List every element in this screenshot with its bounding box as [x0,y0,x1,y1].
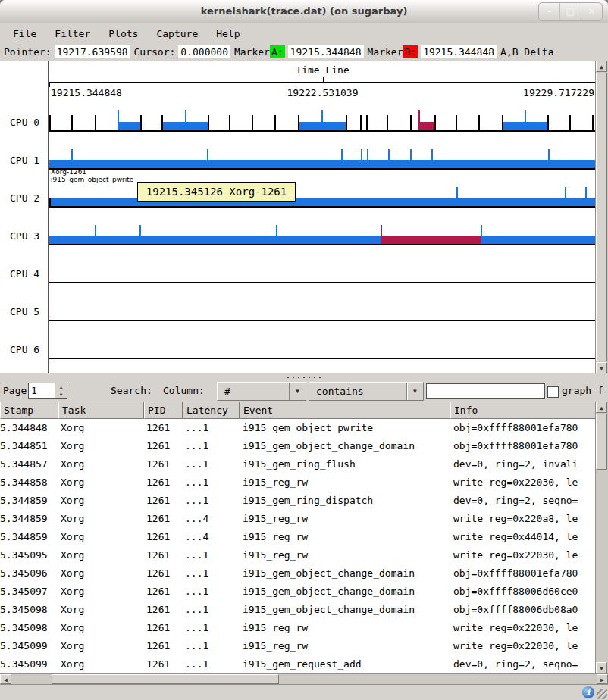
cpu-task-bar[interactable] [118,122,141,130]
cpu-task-bar[interactable] [381,236,481,244]
resize-grip-icon[interactable] [597,689,607,699]
marker-b-label: Marker [368,46,403,58]
match-select[interactable]: contains ▼ [309,382,424,401]
table-cell: i915_reg_rw [240,546,450,564]
event-tick [431,149,433,168]
table-row[interactable]: 5.345099Xorg1261...1i915_gem_request_add… [0,655,596,673]
column-header-event[interactable]: Event [240,402,450,419]
close-button[interactable]: ✕ [581,3,602,20]
page-spin-buttons: ▲ ▼ [55,383,67,398]
table-cell: obj=0xffff88001efa780 [450,564,596,583]
column-header-task[interactable]: Task [58,402,144,419]
table-cell: Xorg [58,419,144,437]
cpu-task-bar[interactable] [49,198,596,206]
table-cell: i915_reg_rw [240,510,450,528]
table-scroll-up-icon[interactable]: ▲ [596,402,607,413]
event-tick [274,115,276,130]
event-tick [481,225,482,244]
column-label: Column: [163,385,205,396]
table-cell: ...1 [183,583,240,601]
event-table-header: StampTaskPIDLatencyEventInfo [0,402,596,419]
event-tick [49,115,51,130]
maximize-button[interactable]: □ [559,3,581,20]
menu-file[interactable]: File [9,27,40,41]
table-cell: i915_reg_rw [240,619,450,637]
event-tick [208,115,209,130]
column-header-latency[interactable]: Latency [183,402,240,419]
table-row[interactable]: 5.345099Xorg1261...1i915_reg_rwwrite reg… [0,637,596,655]
column-header-pid[interactable]: PID [144,402,183,419]
scroll-right-icon[interactable]: ▶ [597,674,608,684]
table-scroll-down-icon[interactable]: ▼ [596,662,607,673]
pane-splitter[interactable] [0,373,608,381]
table-row[interactable]: 5.344858Xorg1261...1i915_reg_rwwrite reg… [0,473,596,492]
search-input[interactable] [426,383,545,399]
graph-scroll-down-icon[interactable]: ▼ [596,362,607,373]
event-tick [95,225,96,244]
marker-a-label: Marker [234,46,270,58]
table-row[interactable]: 5.344848Xorg1261...1i915_gem_object_pwri… [0,419,596,437]
table-cell: Xorg [58,601,144,619]
hscrollbar-thumb[interactable] [52,674,279,684]
table-cell: write reg=0x22030, le [450,619,596,637]
search-toolbar: Page 1 ▲ ▼ Search: Column: # ▼ contains … [0,381,608,402]
cpu-task-bar[interactable] [49,160,596,168]
graph-scroll-up-icon[interactable]: ▲ [596,61,607,72]
pointer-label: Pointer: [4,46,52,58]
table-row[interactable]: 5.344859Xorg1261...4i915_reg_rwwrite reg… [0,528,596,546]
menu-capture[interactable]: Capture [152,27,202,41]
pointer-value: 19217.639598 [55,45,130,58]
page-input[interactable]: 1 [31,385,37,396]
spin-up-icon[interactable]: ▲ [55,383,67,391]
cpu-task-bar[interactable] [419,122,435,130]
event-tick [346,115,347,130]
spin-down-icon[interactable]: ▼ [55,391,67,398]
axis-label-end: 19229.717229 [523,87,594,98]
graph-canvas[interactable]: Time Line 19215.344848 19222.531039 1922… [49,61,596,373]
event-tick [366,115,368,130]
event-tick [381,225,382,244]
event-tick [321,110,323,130]
table-row[interactable]: 5.344851Xorg1261...1i915_gem_object_chan… [0,437,596,455]
table-row[interactable]: 5.345098Xorg1261...1i915_reg_rwwrite reg… [0,619,596,637]
search-label: Search: [111,385,152,396]
table-cell: 1261 [144,455,183,473]
event-tick [207,149,208,168]
column-select[interactable]: # ▼ [217,382,306,401]
column-header-info[interactable]: Info [450,402,596,419]
table-row[interactable]: 5.345095Xorg1261...1i915_reg_rwwrite reg… [0,546,596,564]
axis-label-middle: 19222.531039 [287,87,359,98]
table-row[interactable]: 5.345098Xorg1261...1i915_gem_object_chan… [0,601,596,619]
table-cell: i915_reg_rw [240,637,450,655]
page-spinbox[interactable]: 1 ▲ ▼ [28,383,67,399]
graph-follows-checkbox[interactable] [547,386,559,398]
column-header-stamp[interactable]: Stamp [0,402,58,419]
table-row[interactable]: 5.344859Xorg1261...1i915_gem_ring_dispat… [0,492,596,510]
table-cell: Xorg [58,546,144,564]
table-row[interactable]: 5.345097Xorg1261...1i915_gem_object_chan… [0,583,596,601]
table-row[interactable]: 5.344857Xorg1261...1i915_gem_ring_flushd… [0,455,596,473]
table-cell: 5.344859 [0,510,58,528]
table-cell: obj=0xffff88006d60ce0 [450,583,596,601]
menu-plots[interactable]: Plots [105,27,142,41]
marker-b-key: B: [403,45,418,58]
cpu-task-bar[interactable] [49,236,596,244]
table-cell: i915_gem_object_change_domain [240,564,450,583]
menu-help[interactable]: Help [212,27,243,41]
minimize-button[interactable]: – [539,3,559,20]
table-cell: i915_gem_object_change_domain [240,601,450,619]
graph-scrollbar-thumb[interactable] [596,73,607,361]
table-vertical-scrollbar: ▲ ▼ [595,402,608,673]
page-label: Page [3,385,27,396]
scroll-left-icon[interactable]: ◀ [0,674,11,684]
timeline-title: Time Line [49,64,596,76]
table-cell: 1261 [144,655,183,673]
menu-filter[interactable]: Filter [51,27,94,41]
table-cell: Xorg [58,564,144,583]
table-cell: Xorg [58,455,144,473]
table-scrollbar-thumb[interactable] [596,414,607,470]
table-row[interactable]: 5.345096Xorg1261...1i915_gem_object_chan… [0,564,596,583]
table-row[interactable]: 5.344859Xorg1261...4i915_reg_rwwrite reg… [0,510,596,528]
match-select-value: contains [309,386,364,397]
table-cell: ...1 [183,601,240,619]
